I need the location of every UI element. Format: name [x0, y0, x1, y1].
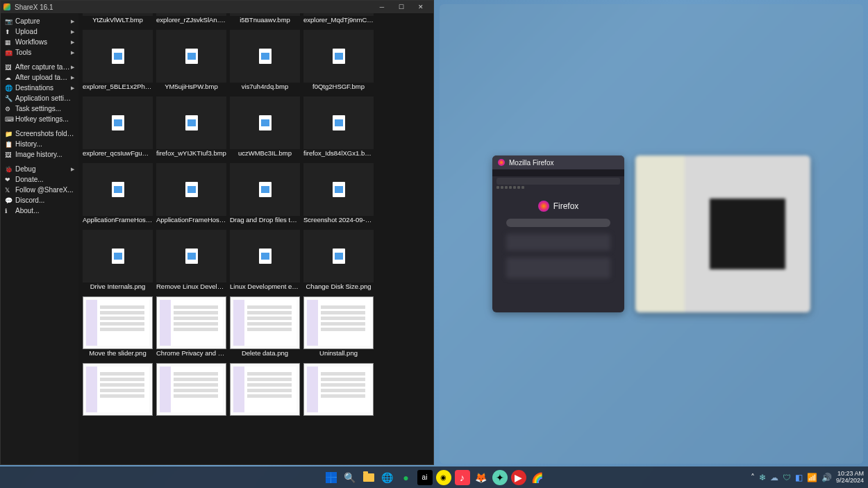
explorer-button[interactable]: [361, 470, 376, 485]
file-name: [83, 416, 153, 426]
tray-volume-icon[interactable]: 🔊: [821, 473, 832, 482]
info-icon: ℹ: [5, 208, 12, 214]
start-button[interactable]: [324, 470, 339, 485]
tray-app-icon[interactable]: ❄: [759, 473, 766, 482]
gallery-item[interactable]: firefox_wYIJKTIuf3.bmp: [156, 96, 226, 160]
gallery-item[interactable]: i5BTnuaawv.bmp: [230, 13, 300, 26]
menu-follow[interactable]: 𝕏Follow @ShareX...: [1, 185, 78, 195]
file-name: [230, 416, 300, 426]
menu-workflows[interactable]: ▦Workflows▶: [1, 37, 78, 47]
history-icon: 📋: [5, 141, 12, 148]
snap-thumbnail-app[interactable]: [635, 155, 810, 312]
edge-button[interactable]: 🌐: [380, 470, 395, 485]
menu-donate[interactable]: ❤Donate...: [1, 174, 78, 185]
file-thumbnail: [230, 296, 300, 349]
app-button[interactable]: ai: [417, 470, 433, 485]
gallery-item[interactable]: YtZukVlWLT.bmp: [83, 13, 153, 26]
file-name: Delete data.png: [230, 349, 300, 360]
screenshot-preview: [233, 367, 297, 412]
gallery-item[interactable]: [156, 363, 226, 426]
maximize-button[interactable]: ☐: [392, 1, 411, 13]
gallery-item[interactable]: vis7uh4rdq.bmp: [230, 30, 300, 93]
gallery-item[interactable]: ApplicationFrameHost_Gc...: [83, 163, 153, 226]
file-thumbnail: [156, 96, 226, 149]
menu-upload[interactable]: ⬆Upload▶: [1, 26, 78, 37]
file-name: YtZukVlWLT.bmp: [83, 16, 153, 26]
gallery-item[interactable]: uczWMBc3IL.bmp: [230, 96, 300, 160]
gallery-item[interactable]: Delete data.png: [230, 296, 300, 360]
gallery-item[interactable]: explorer_qcsIuwFguR.bmp: [83, 96, 153, 160]
gallery-item[interactable]: Drive Internals.png: [83, 230, 153, 293]
snap-thumbnail-firefox[interactable]: Mozilla Firefox Firefox: [492, 155, 624, 312]
file-name: vis7uh4rdq.bmp: [230, 83, 300, 93]
thumbnail-titlebar: Mozilla Firefox: [492, 155, 624, 169]
image-file-icon: [185, 115, 198, 131]
tray-chevron-icon[interactable]: ˄: [751, 473, 755, 482]
menu-image-history[interactable]: 🖼Image history...: [1, 149, 78, 160]
music-button[interactable]: ♪: [455, 470, 470, 485]
gallery-item[interactable]: Uninstall.png: [303, 296, 374, 360]
file-name: Move the slider.png: [83, 349, 153, 360]
search-button[interactable]: 🔍: [342, 470, 358, 485]
gallery-item[interactable]: [303, 363, 374, 426]
file-thumbnail: [303, 296, 374, 349]
close-button[interactable]: ✕: [411, 1, 431, 13]
file-name: ApplicationFrameHost_Kd...: [156, 216, 226, 226]
menu-app-settings[interactable]: 🔧Application settings...: [1, 93, 78, 103]
minimize-button[interactable]: ─: [372, 1, 392, 13]
chrome-button[interactable]: 🌈: [530, 470, 545, 485]
tray-onedrive-icon[interactable]: ☁: [770, 473, 778, 482]
menu-discord[interactable]: 💬Discord...: [1, 195, 78, 205]
image-file-icon: [333, 182, 345, 197]
app-button[interactable]: ✦: [492, 470, 508, 485]
gallery-item[interactable]: firefox_Ids84lXGx1.bmp: [303, 96, 374, 160]
menu-after-upload[interactable]: ☁After upload tasks▶: [1, 72, 78, 83]
menu-screenshots-folder[interactable]: 📁Screenshots folder...: [1, 128, 78, 139]
menu-tools[interactable]: 🧰Tools▶: [1, 47, 78, 58]
sharex-icon: [3, 3, 10, 10]
gallery-item[interactable]: explorer_MqdTj9nmCe.bmp: [303, 13, 374, 26]
tray-security-icon[interactable]: 🛡: [783, 473, 791, 482]
gallery-item[interactable]: explorer_5BLE1x2Phq.bmp: [83, 30, 153, 93]
gallery-item[interactable]: [83, 363, 153, 426]
menu-capture[interactable]: 📷Capture▶: [1, 16, 78, 26]
app-button[interactable]: ▶: [511, 470, 526, 485]
titlebar[interactable]: ShareX 16.1 ─ ☐ ✕: [1, 1, 433, 13]
menu-hotkey-settings[interactable]: ⌨Hotkey settings...: [1, 114, 78, 124]
file-name: explorer_rZJsvkSlAn.bmp: [156, 16, 226, 26]
menu-debug[interactable]: 🐞Debug▶: [1, 164, 78, 174]
menu-after-capture[interactable]: 🖼After capture tasks▶: [1, 62, 78, 72]
gallery-item[interactable]: Drag and Drop files to Goo...: [230, 163, 300, 226]
tray-app-icon[interactable]: ◧: [795, 473, 803, 482]
gallery-item[interactable]: f0Qtg2HSGF.bmp: [303, 30, 374, 93]
firefox-button[interactable]: 🦊: [474, 470, 489, 485]
gallery-item[interactable]: [230, 363, 300, 426]
gallery-item[interactable]: Screenshot 2024-09-21 12...: [303, 163, 374, 226]
clock[interactable]: 10:23 AM 9/24/2024: [836, 471, 864, 485]
gallery-item[interactable]: Chrome Privacy and Securi...: [156, 296, 226, 360]
gallery-item[interactable]: Move the slider.png: [83, 296, 153, 360]
file-thumbnail: [230, 363, 300, 416]
clock-date: 9/24/2024: [836, 478, 864, 485]
spotify-button[interactable]: ●: [399, 470, 414, 485]
file-thumbnail: [83, 163, 153, 216]
file-name: firefox_wYIJKTIuf3.bmp: [156, 149, 226, 160]
file-name: Screenshot 2024-09-21 12...: [303, 216, 374, 226]
menu-destinations[interactable]: 🌐Destinations▶: [1, 83, 78, 93]
gallery-item[interactable]: ApplicationFrameHost_Kd...: [156, 163, 226, 226]
file-thumbnail: [83, 230, 153, 283]
gallery-item[interactable]: YM5ujiHsPW.bmp: [156, 30, 226, 93]
chevron-right-icon: ▶: [71, 75, 74, 81]
app-button[interactable]: ◉: [436, 470, 451, 485]
gallery-item[interactable]: Change Disk Size.png: [303, 230, 374, 293]
firefox-urlbar: [496, 178, 620, 185]
menu-task-settings[interactable]: ⚙Task settings...: [1, 103, 78, 114]
menu-about[interactable]: ℹAbout...: [1, 205, 78, 216]
gallery-item[interactable]: Remove Linux Developme...: [156, 230, 226, 293]
tray-wifi-icon[interactable]: 📶: [807, 473, 817, 482]
gallery-item[interactable]: Linux Development enviro...: [230, 230, 300, 293]
gallery-item[interactable]: explorer_rZJsvkSlAn.bmp: [156, 13, 226, 26]
image-file-icon: [112, 49, 124, 64]
menu-history[interactable]: 📋History...: [1, 139, 78, 149]
image-file-icon: [112, 249, 124, 264]
